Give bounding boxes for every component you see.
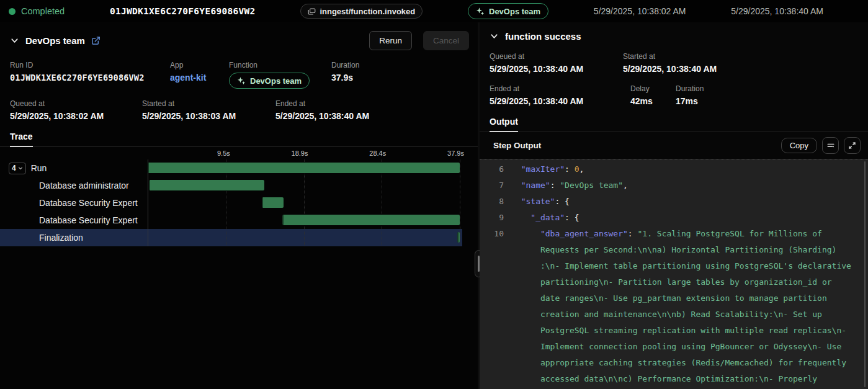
cancel-button[interactable]: Cancel [423, 31, 469, 50]
detail-label: Delay [630, 84, 676, 93]
trace-row-database-administrator[interactable]: Database administrator [0, 177, 462, 194]
step-output-code-viewer[interactable]: 6 "maxIter": 0,7 "name": "DevOps team",8… [480, 159, 868, 389]
trace-row-name: Finalization [39, 233, 83, 243]
detail-value[interactable]: agent-kit [170, 73, 229, 83]
trace-row-database-security-expert[interactable]: Database Security Expert [0, 212, 462, 229]
tab-trace[interactable]: Trace [10, 132, 33, 147]
code-line-wrap: :\n- Implement table partitioning using … [480, 258, 868, 274]
detail-label: Started at [142, 99, 275, 108]
detail-label: Queued at [490, 52, 623, 61]
tab-output[interactable]: Output [490, 117, 518, 132]
detail-label: Duration [676, 84, 858, 93]
trace-span-bar[interactable] [148, 163, 460, 173]
event-window-icon [308, 7, 316, 16]
code-scrollbar[interactable] [864, 161, 866, 387]
trace-row-label[interactable]: Database Security Expert [0, 198, 138, 208]
code-text: "dba_agent_answer": "1. Scaling PostgreS… [504, 226, 822, 242]
step-title: function success [505, 31, 581, 42]
trace-row-database-security-expert[interactable]: Database Security Expert [0, 194, 462, 212]
trace-span-bar[interactable] [282, 215, 460, 225]
detail-ended-at: Ended at5/29/2025, 10:38:40 AM [275, 99, 468, 121]
code-line: 7 "name": "DevOps team", [480, 177, 868, 194]
code-text: :\n- Implement table partitioning using … [504, 258, 851, 274]
rerun-button[interactable]: Rerun [369, 31, 412, 50]
collapse-run-chevron-icon[interactable] [10, 36, 19, 45]
detail-label: App [170, 61, 229, 69]
expand-output-button[interactable] [844, 137, 861, 154]
detail-value: 5/29/2025, 10:38:02 AM [10, 111, 142, 121]
right-tabs: Output [480, 116, 868, 132]
detail-value: 01JWDK1XE6C270F6YE69086VW2 [10, 73, 170, 83]
line-number: 9 [480, 210, 504, 226]
code-text: partitioning\n- Partition large tables b… [504, 274, 832, 290]
trace-row-run[interactable]: 4Run [0, 159, 462, 177]
code-text: date ranges\n- Use pg_partman extension … [504, 290, 827, 306]
code-text: Requests per Second:\n\na) Horizontal Pa… [504, 242, 836, 258]
code-line-wrap: creation and maintenance\n\nb) Read Scal… [480, 306, 868, 323]
code-line: 10 "dba_agent_answer": "1. Scaling Postg… [480, 226, 868, 242]
trace-span-bar[interactable] [262, 197, 284, 208]
chevron-down-icon [18, 166, 23, 171]
line-number [480, 355, 504, 371]
topbar-queued-time: 5/29/2025, 10:38:02 AM [594, 6, 686, 16]
detail-label: Run ID [10, 61, 170, 69]
function-badge-label: DevOps team [489, 7, 540, 16]
trace-row-label[interactable]: 4Run [0, 163, 47, 174]
detail-label: Duration [331, 61, 468, 69]
line-number: 7 [480, 177, 504, 194]
step-details-row-1: Queued at5/29/2025, 10:38:40 AMStarted a… [480, 52, 868, 74]
left-tabs: Trace [0, 131, 478, 147]
code-line-wrap: Implement connection pooling using PgBou… [480, 339, 868, 355]
code-text: appropriate caching strategies (Redis/Me… [504, 355, 846, 371]
axis-tick-label: 18.9s [274, 150, 308, 157]
detail-duration: Duration37.9s [331, 61, 468, 89]
code-line-wrap: appropriate caching strategies (Redis/Me… [480, 355, 868, 371]
event-badge[interactable]: inngest/function.invoked [300, 4, 423, 19]
run-title: DevOps team [25, 35, 85, 46]
detail-value[interactable]: DevOps team [229, 73, 331, 89]
code-text: Implement connection pooling using PgBou… [504, 339, 841, 355]
detail-started-at: Started at5/29/2025, 10:38:03 AM [142, 99, 275, 121]
code-line-wrap: partitioning\n- Partition large tables b… [480, 274, 868, 290]
step-output-toolbar: Step Output Copy [480, 132, 868, 159]
function-badge[interactable]: DevOps team [229, 73, 310, 89]
wrap-text-button[interactable] [822, 137, 839, 154]
detail-value: 5/29/2025, 10:38:40 AM [275, 111, 468, 121]
trace-row-label[interactable]: Finalization [0, 233, 83, 243]
detail-label: Function [229, 61, 331, 69]
axis-tick-label: 37.9s [429, 150, 464, 157]
code-text: accessed data\n\nc) Performance Optimiza… [504, 371, 817, 387]
step-output-title: Step Output [493, 141, 781, 150]
detail-app: Appagent-kit [170, 61, 229, 89]
detail-duration: Duration17ms [676, 84, 858, 106]
sparkles-icon [237, 76, 246, 85]
detail-delay: Delay42ms [630, 84, 676, 106]
line-number [480, 242, 504, 258]
sparkles-icon [476, 7, 485, 16]
detail-run-id: Run ID01JWDK1XE6C270F6YE69086VW2 [10, 61, 170, 89]
trace-span-bar[interactable] [149, 180, 264, 190]
code-text: "_data": { [504, 210, 579, 226]
collapse-step-chevron-icon[interactable] [490, 32, 499, 41]
code-line-wrap: PostgreSQL streaming replication with mu… [480, 323, 868, 339]
function-badge[interactable]: DevOps team [468, 3, 548, 19]
copy-button[interactable]: Copy [781, 138, 817, 153]
run-status: Completed [9, 6, 65, 16]
step-details-panel: function success Queued at5/29/2025, 10:… [480, 22, 868, 389]
code-line: 6 "maxIter": 0, [480, 161, 868, 177]
trace-span-bar[interactable] [457, 232, 460, 243]
line-number: 8 [480, 194, 504, 210]
line-number [480, 306, 504, 323]
trace-row-label[interactable]: Database Security Expert [0, 215, 138, 225]
code-line: 9 "_data": { [480, 210, 868, 226]
detail-label: Started at [623, 52, 858, 61]
trace-row-label[interactable]: Database administrator [0, 181, 129, 190]
trace-row-finalization[interactable]: Finalization [0, 229, 462, 246]
detail-value: 5/29/2025, 10:38:40 AM [490, 64, 623, 74]
line-number [480, 323, 504, 339]
gridline [460, 159, 460, 246]
run-details-row-2: Queued at5/29/2025, 10:38:02 AMStarted a… [0, 99, 478, 121]
external-link-icon[interactable] [91, 36, 101, 45]
code-line-wrap: accessed data\n\nc) Performance Optimiza… [480, 371, 868, 387]
step-count-badge[interactable]: 4 [9, 163, 26, 174]
